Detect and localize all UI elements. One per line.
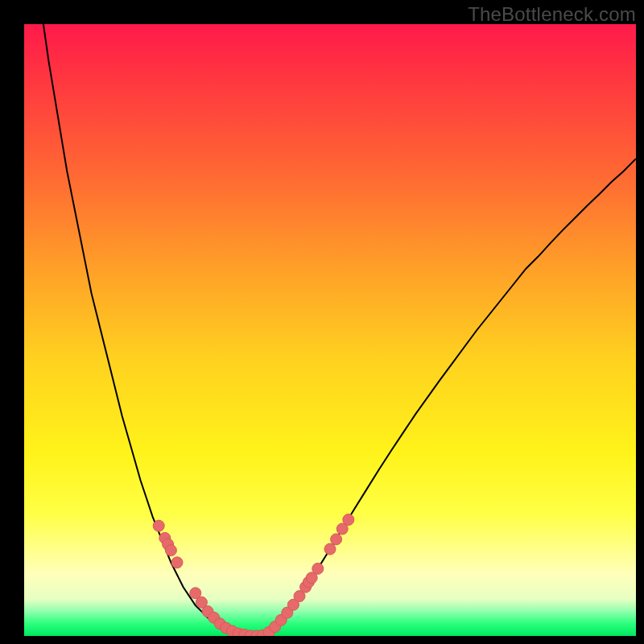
data-marker bbox=[165, 545, 176, 556]
data-marker bbox=[331, 534, 342, 545]
data-marker bbox=[324, 543, 336, 555]
data-marker bbox=[343, 514, 354, 526]
data-marker bbox=[312, 563, 324, 574]
plot-area bbox=[24, 24, 636, 636]
data-marker bbox=[171, 557, 183, 568]
bottleneck-curve bbox=[24, 24, 636, 636]
data-marker bbox=[153, 520, 164, 531]
chart-frame: TheBottleneck.com bbox=[0, 0, 644, 644]
watermark-text: TheBottleneck.com bbox=[468, 3, 636, 26]
